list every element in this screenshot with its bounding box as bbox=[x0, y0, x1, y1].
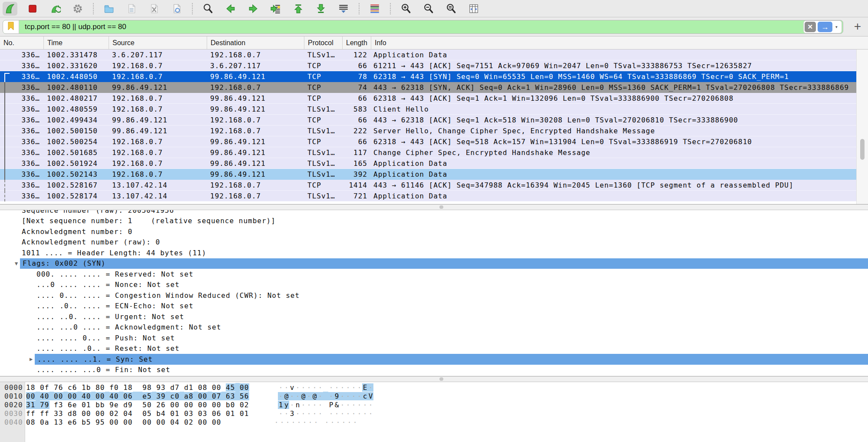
ascii-char[interactable]: @ bbox=[300, 392, 306, 400]
ascii-char[interactable]: · bbox=[290, 418, 296, 426]
hex-byte[interactable]: ff bbox=[40, 409, 50, 418]
ascii-char[interactable]: · bbox=[284, 383, 289, 392]
ascii-char[interactable]: · bbox=[307, 418, 313, 426]
hex-byte[interactable]: 00 bbox=[96, 392, 105, 400]
ascii-char[interactable]: · bbox=[328, 392, 334, 400]
ascii-char[interactable]: · bbox=[345, 409, 351, 418]
detail-line[interactable]: 1011 .... = Header Length: 44 bytes (11) bbox=[0, 247, 868, 258]
ascii-char[interactable]: · bbox=[278, 409, 284, 418]
detail-line[interactable]: ▼Flags: 0x002 (SYN) bbox=[0, 258, 868, 269]
packet-row[interactable]: 336…1002.501924192.168.0.799.86.49.121TL… bbox=[0, 158, 856, 169]
ascii-char[interactable]: · bbox=[302, 418, 307, 426]
splitter-list-details[interactable] bbox=[0, 204, 868, 210]
hex-byte[interactable]: 02 bbox=[109, 409, 119, 418]
detail-line[interactable]: .... .... ...0 = Fin: Not set bbox=[0, 365, 868, 376]
zoom-in-button[interactable] bbox=[399, 2, 413, 16]
hex-byte[interactable]: 95 bbox=[96, 418, 105, 426]
hex-byte[interactable]: 04 bbox=[123, 409, 133, 418]
hex-byte[interactable]: 00 bbox=[142, 418, 152, 426]
ascii-char[interactable]: 1 bbox=[278, 401, 284, 409]
detail-line[interactable]: ▶.... .... ..1. = Syn: Set bbox=[0, 354, 868, 365]
collapse-icon[interactable]: ▼ bbox=[15, 261, 18, 267]
ascii-char[interactable]: · bbox=[328, 383, 334, 392]
hex-byte[interactable]: 02 bbox=[240, 401, 249, 409]
last-packet-button[interactable] bbox=[314, 2, 328, 16]
ascii-char[interactable]: · bbox=[356, 409, 362, 418]
ascii-char[interactable]: · bbox=[279, 418, 285, 426]
column-header-time[interactable]: Time bbox=[43, 36, 109, 49]
ascii-char[interactable]: · bbox=[300, 401, 306, 409]
hex-byte[interactable]: 01 bbox=[226, 409, 235, 418]
ascii-char[interactable]: · bbox=[313, 418, 319, 426]
ascii-char[interactable]: · bbox=[312, 383, 317, 392]
hex-byte[interactable]: 07 bbox=[212, 392, 221, 400]
ascii-char[interactable]: · bbox=[356, 401, 362, 409]
hex-byte[interactable]: 00 bbox=[184, 401, 194, 409]
hex-byte[interactable]: 00 bbox=[123, 418, 133, 426]
hex-byte[interactable]: d8 bbox=[68, 409, 77, 418]
detail-line[interactable]: .... .... .0.. = Reset: Not set bbox=[0, 343, 868, 354]
hex-byte[interactable]: 01 bbox=[240, 409, 249, 418]
expand-icon[interactable]: ▶ bbox=[30, 356, 33, 362]
ascii-char[interactable]: · bbox=[351, 409, 356, 418]
hex-byte[interactable]: 01 bbox=[170, 409, 180, 418]
hex-byte[interactable]: 00 bbox=[198, 392, 208, 400]
packet-row[interactable]: 336…1002.500254192.168.0.799.86.49.121TC… bbox=[0, 136, 856, 147]
ascii-char[interactable]: · bbox=[284, 409, 289, 418]
hex-byte[interactable]: 08 bbox=[198, 383, 208, 392]
ascii-char[interactable]: · bbox=[356, 392, 362, 400]
previous-packet-button[interactable] bbox=[223, 2, 238, 16]
ascii-char[interactable]: · bbox=[334, 409, 340, 418]
stop-capture-button[interactable] bbox=[25, 2, 40, 16]
find-packet-button[interactable] bbox=[201, 2, 215, 16]
detail-line[interactable]: 000. .... .... = Reserved: Not set bbox=[0, 269, 868, 280]
splitter-handle[interactable] bbox=[439, 377, 443, 381]
hex-byte[interactable]: b5 bbox=[82, 418, 91, 426]
detail-line[interactable]: [Next sequence number: 1 (relative seque… bbox=[0, 216, 868, 227]
ascii-char[interactable]: · bbox=[345, 401, 351, 409]
ascii-char[interactable]: · bbox=[347, 418, 352, 426]
hex-byte[interactable]: ff bbox=[26, 409, 36, 418]
filter-add-button[interactable]: + bbox=[854, 19, 861, 34]
hex-byte[interactable]: 00 bbox=[212, 383, 221, 392]
column-header-protocol[interactable]: Protocol bbox=[304, 36, 342, 49]
hex-byte[interactable]: 98 bbox=[142, 383, 152, 392]
hex-byte[interactable]: d7 bbox=[170, 383, 180, 392]
column-header-info[interactable]: Info bbox=[371, 36, 868, 49]
hex-byte[interactable]: 00 bbox=[109, 418, 119, 426]
splitter-details-bytes[interactable] bbox=[0, 376, 868, 382]
hex-byte[interactable]: 05 bbox=[142, 409, 152, 418]
ascii-char[interactable]: · bbox=[351, 401, 356, 409]
filter-bookmark-button[interactable] bbox=[3, 20, 19, 33]
ascii-char[interactable]: · bbox=[335, 418, 341, 426]
go-to-packet-button[interactable] bbox=[268, 2, 283, 16]
hex-byte[interactable]: 31 bbox=[26, 401, 36, 409]
ascii-char[interactable]: E bbox=[362, 383, 368, 392]
hex-byte[interactable]: 18 bbox=[123, 383, 133, 392]
ascii-char[interactable]: · bbox=[295, 383, 300, 392]
hex-byte[interactable]: 18 bbox=[26, 383, 36, 392]
ascii-char[interactable]: · bbox=[306, 392, 312, 400]
ascii-char[interactable]: V bbox=[368, 392, 373, 400]
hex-byte[interactable]: 45 bbox=[226, 383, 235, 392]
filter-clear-button[interactable]: ✕ bbox=[805, 22, 816, 32]
scrollbar-thumb[interactable] bbox=[860, 139, 865, 160]
ascii-char[interactable]: · bbox=[295, 409, 300, 418]
hex-byte[interactable]: 40 bbox=[40, 392, 50, 400]
ascii-char[interactable]: · bbox=[345, 392, 351, 400]
ascii-char[interactable]: · bbox=[300, 383, 306, 392]
ascii-char[interactable]: · bbox=[317, 383, 323, 392]
ascii-char[interactable]: y bbox=[284, 401, 289, 409]
hex-byte[interactable]: 79 bbox=[40, 401, 50, 409]
detail-line[interactable]: Acknowledgment number (raw): 0 bbox=[0, 237, 868, 248]
ascii-char[interactable]: · bbox=[300, 409, 306, 418]
ascii-char[interactable]: · bbox=[306, 401, 312, 409]
ascii-char[interactable]: @ bbox=[312, 392, 317, 400]
detail-line[interactable]: Sequence number (raw): 2005041956 bbox=[0, 210, 868, 216]
save-file-button[interactable] bbox=[124, 2, 139, 16]
hex-byte[interactable]: 00 bbox=[212, 401, 221, 409]
packet-row[interactable]: 336…1002.52816713.107.42.14192.168.0.7TC… bbox=[0, 180, 856, 191]
hex-byte[interactable]: 00 bbox=[82, 409, 91, 418]
hex-byte[interactable]: 03 bbox=[198, 409, 208, 418]
hex-byte[interactable]: 80 bbox=[96, 383, 105, 392]
